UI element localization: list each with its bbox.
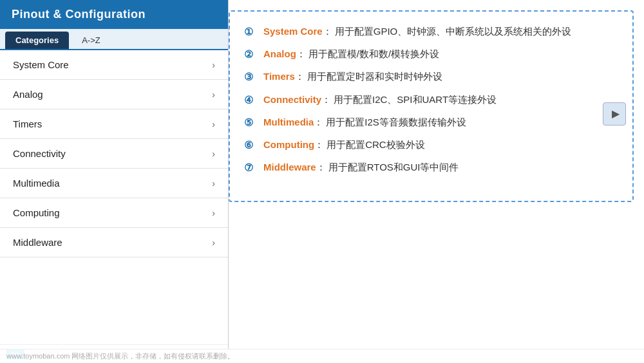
play-button[interactable] — [603, 102, 626, 126]
chevron-icon: › — [212, 208, 215, 218]
item-title-6: Computing — [263, 139, 314, 150]
category-item-middleware[interactable]: Middleware › — [0, 228, 228, 257]
item-desc-2: 用于配置模/数和数/模转换外设 — [308, 48, 439, 59]
category-label: Middleware — [13, 237, 62, 248]
chevron-icon: › — [212, 237, 215, 248]
desc-item-5: ⑤ Multimedia：用于配置I2S等音频数据传输外设 — [244, 114, 618, 131]
item-colon-2: ： — [296, 48, 306, 59]
footer-text: www.toymoban.com 网络图片仅供展示，非存储，如有侵权请联系删除。 — [6, 352, 234, 360]
item-text-block-4: Connectivity：用于配置I2C、SPI和UART等连接外设 — [263, 91, 618, 108]
item-text-block-7: Middleware：用于配置RTOS和GUI等中间件 — [263, 159, 618, 176]
item-colon-6: ： — [314, 139, 324, 150]
desc-item-6: ⑥ Computing：用于配置CRC校验外设 — [244, 136, 618, 154]
footer-watermark: www.toymoban.com 网络图片仅供展示，非存储，如有侵权请联系删除。 — [0, 349, 644, 363]
item-title-7: Middleware — [263, 162, 316, 172]
category-label: Multimedia — [13, 178, 60, 189]
item-title-1: System Core — [263, 26, 323, 37]
category-item-analog[interactable]: Analog › — [0, 80, 228, 109]
item-desc-7: 用于配置RTOS和GUI等中间件 — [328, 162, 459, 172]
main-container: Pinout & Configuration Categories A->Z S… — [0, 0, 644, 363]
item-colon-1: ： — [323, 26, 332, 37]
item-title-3: Timers — [263, 71, 295, 82]
desc-item-3: ③ Timers：用于配置定时器和实时时钟外设 — [244, 68, 618, 86]
chevron-icon: › — [212, 178, 215, 189]
right-panel: ① System Core：用于配置GPIO、时钟源、中断系统以及系统相关的外设… — [229, 10, 634, 202]
item-title-2: Analog — [263, 48, 296, 59]
item-desc-3: 用于配置定时器和实时时钟外设 — [307, 71, 442, 82]
item-colon-5: ： — [314, 116, 323, 127]
panel-title: Pinout & Configuration — [12, 8, 146, 21]
desc-item-1: ① System Core：用于配置GPIO、时钟源、中断系统以及系统相关的外设 — [244, 23, 618, 41]
category-item-timers[interactable]: Timers › — [0, 109, 228, 139]
tab-bar: Categories A->Z — [0, 29, 228, 50]
item-colon-7: ： — [316, 162, 326, 172]
item-colon-4: ： — [321, 94, 331, 105]
item-desc-1: 用于配置GPIO、时钟源、中断系统以及系统相关的外设 — [335, 26, 572, 37]
desc-item-4: ④ Connectivity：用于配置I2C、SPI和UART等连接外设 — [244, 91, 618, 109]
item-desc-4: 用于配置I2C、SPI和UART等连接外设 — [334, 94, 497, 105]
category-item-computing[interactable]: Computing › — [0, 198, 228, 228]
panel-header: Pinout & Configuration — [0, 0, 228, 29]
item-text-block-1: System Core：用于配置GPIO、时钟源、中断系统以及系统相关的外设 — [263, 23, 618, 40]
desc-item-7: ⑦ Middleware：用于配置RTOS和GUI等中间件 — [244, 159, 618, 176]
category-label: Computing — [13, 207, 60, 218]
category-item-connectivity[interactable]: Connectivity › — [0, 139, 228, 169]
item-number-5: ⑤ — [244, 114, 260, 131]
item-number-6: ⑥ — [244, 136, 260, 154]
item-title-5: Multimedia — [263, 116, 314, 127]
chevron-icon: › — [212, 149, 215, 159]
item-text-block-5: Multimedia：用于配置I2S等音频数据传输外设 — [263, 114, 618, 131]
category-list: System Core › Analog › Timers › Connecti… — [0, 50, 228, 344]
category-label: Analog — [13, 89, 43, 100]
item-desc-5: 用于配置I2S等音频数据传输外设 — [326, 116, 466, 127]
tab-categories[interactable]: Categories — [5, 32, 69, 49]
category-label: Timers — [13, 118, 42, 129]
tab-atoz[interactable]: A->Z — [71, 32, 111, 49]
item-desc-6: 用于配置CRC校验外设 — [327, 139, 425, 150]
category-label: Connectivity — [13, 148, 66, 159]
item-number-1: ① — [244, 23, 260, 41]
chevron-icon: › — [212, 89, 215, 100]
item-title-4: Connectivity — [263, 94, 321, 105]
item-text-block-3: Timers：用于配置定时器和实时时钟外设 — [263, 68, 618, 85]
item-text-block-6: Computing：用于配置CRC校验外设 — [263, 136, 618, 153]
item-number-7: ⑦ — [244, 159, 260, 176]
left-panel: Pinout & Configuration Categories A->Z S… — [0, 0, 229, 363]
category-label: System Core — [13, 59, 69, 70]
description-list: ① System Core：用于配置GPIO、时钟源、中断系统以及系统相关的外设… — [244, 23, 618, 182]
item-text-block-2: Analog：用于配置模/数和数/模转换外设 — [263, 46, 618, 62]
desc-item-2: ② Analog：用于配置模/数和数/模转换外设 — [244, 46, 618, 63]
category-item-system-core[interactable]: System Core › — [0, 50, 228, 80]
chevron-icon: › — [212, 119, 215, 129]
category-item-multimedia[interactable]: Multimedia › — [0, 169, 228, 198]
item-colon-3: ： — [295, 71, 305, 82]
item-number-2: ② — [244, 46, 260, 63]
item-number-4: ④ — [244, 91, 260, 109]
item-number-3: ③ — [244, 68, 260, 86]
chevron-icon: › — [212, 60, 215, 70]
